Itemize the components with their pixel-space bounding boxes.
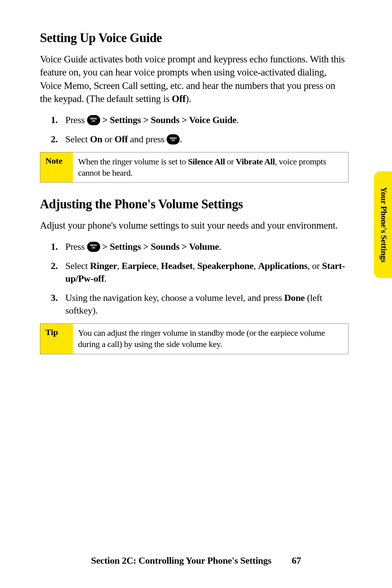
heading-volume: Adjusting the Phone's Volume Settings [40,197,348,212]
step-text: Select [65,261,90,271]
step-bold: On [90,134,102,144]
step-3: Using the navigation key, choose a volum… [40,291,348,317]
tip-box: Tip You can adjust the ringer volume in … [40,323,348,354]
step-text: . [180,134,182,144]
intro-bold-off: Off [172,93,185,104]
step-bold: > Settings > Sounds > Voice Guide [100,115,237,125]
step-text: , or [307,261,322,271]
icon-label: MENUOK [90,118,97,122]
section-voice-guide: Setting Up Voice Guide Voice Guide activ… [40,31,348,146]
intro-volume: Adjust your phone's volume settings to s… [40,219,348,232]
step-1: Press MENUOK > Settings > Sounds > Voice… [40,114,348,126]
icon-label: MENUOK [90,244,97,249]
step-text: , [117,261,122,271]
step-text: , [193,261,197,271]
heading-voice-guide: Setting Up Voice Guide [40,31,348,45]
step-text: Using the navigation key, choose a volum… [65,293,284,303]
step-text: . [237,115,239,125]
step-text: , [253,261,258,271]
step-bold: Ringer [90,261,117,271]
section-volume: Adjusting the Phone's Volume Settings Ad… [40,197,348,317]
step-text: Select [65,134,90,144]
step-2: Select On or Off and press MENUOK. [40,133,348,146]
step-1: Press MENUOK > Settings > Sounds > Volum… [40,240,348,253]
steps-volume: Press MENUOK > Settings > Sounds > Volum… [40,240,348,317]
note-bold: Silence All [188,157,225,166]
tip-content: You can adjust the ringer volume in stan… [73,324,348,354]
menu-ok-icon: MENUOK [87,115,100,125]
footer-section: Section 2C: Controlling Your Phone's Set… [91,555,271,566]
step-bold: Speakerphone [197,261,253,271]
note-bold: Vibrate All [236,157,275,166]
steps-voice-guide: Press MENUOK > Settings > Sounds > Voice… [40,114,348,146]
tip-label: Tip [40,324,73,354]
note-content: When the ringer volume is set to Silence… [73,152,348,182]
step-bold: Earpiece [122,261,156,271]
step-bold: > Settings > Sounds > Volume [100,241,219,252]
icon-label: MENUOK [170,137,177,142]
note-label: Note [40,152,73,182]
intro-voice-guide: Voice Guide activates both voice prompt … [40,53,348,106]
step-text: Press [65,115,87,125]
step-2: Select Ringer, Earpiece, Headset, Speake… [40,260,348,285]
step-text: Press [65,241,87,252]
page-number: 67 [292,555,301,566]
note-box: Note When the ringer volume is set to Si… [40,152,348,183]
note-text: When the ringer volume is set to [78,157,188,166]
menu-ok-icon: MENUOK [87,242,100,252]
intro-text: Voice Guide activates both voice prompt … [40,54,345,104]
side-tab: Your Phone's Settings [374,171,392,278]
side-tab-label: Your Phone's Settings [379,187,388,262]
page-content: Setting Up Voice Guide Voice Guide activ… [0,0,392,588]
page-footer: Section 2C: Controlling Your Phone's Set… [0,555,392,566]
note-text: or [225,157,236,166]
step-bold: Applications [258,261,308,271]
step-text: and press [128,134,167,144]
intro-text-end: ). [185,93,191,104]
menu-ok-icon: MENUOK [167,134,180,144]
step-text: . [104,273,106,284]
step-bold: Headset [161,261,192,271]
step-bold: Off [115,134,128,144]
step-text: . [219,241,221,252]
step-text: or [102,134,114,144]
step-text: , [156,261,161,271]
step-bold: Done [284,293,305,303]
